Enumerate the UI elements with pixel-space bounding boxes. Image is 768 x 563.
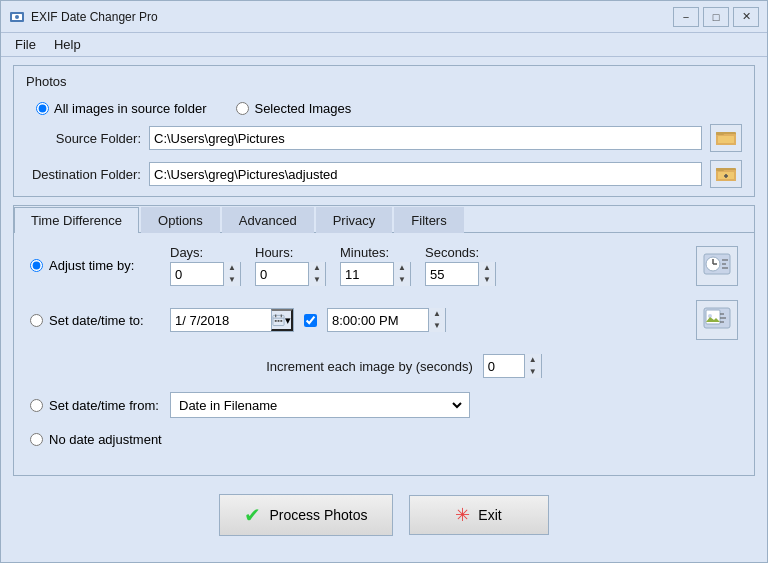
- calendar-picker-button[interactable]: ▾: [271, 309, 293, 331]
- all-images-label: All images in source folder: [54, 101, 206, 116]
- photos-section-label: Photos: [26, 74, 742, 89]
- title-bar: EXIF Date Changer Pro − □ ✕: [1, 1, 767, 33]
- seconds-label: Seconds:: [425, 245, 479, 260]
- seconds-input[interactable]: [426, 263, 478, 285]
- svg-point-2: [15, 15, 19, 19]
- tab-advanced[interactable]: Advanced: [222, 207, 314, 233]
- time-down-button[interactable]: ▼: [429, 320, 445, 332]
- increment-spinner: ▲ ▼: [483, 354, 542, 378]
- hours-input[interactable]: [256, 263, 308, 285]
- set-datetime-label-wrap[interactable]: Set date/time to:: [30, 313, 144, 328]
- minutes-down-button[interactable]: ▼: [394, 274, 410, 286]
- minutes-label: Minutes:: [340, 245, 389, 260]
- dest-folder-browse-button[interactable]: [710, 160, 742, 188]
- hours-up-button[interactable]: ▲: [309, 262, 325, 274]
- tab-content-time-difference: Adjust time by: Days: ▲ ▼: [14, 233, 754, 475]
- browse-dest-icon: [715, 163, 737, 186]
- set-datetime-label: Set date/time to:: [49, 313, 144, 328]
- adjust-time-radio[interactable]: [30, 259, 43, 272]
- tab-options[interactable]: Options: [141, 207, 220, 233]
- time-spinner-btns: ▲ ▼: [428, 308, 445, 332]
- increment-spinner-btns: ▲ ▼: [524, 354, 541, 378]
- svg-rect-5: [716, 132, 724, 135]
- date-input-wrap: ▾: [170, 308, 294, 332]
- minutes-field-group: Minutes: ▲ ▼: [340, 245, 411, 286]
- menu-help[interactable]: Help: [46, 35, 89, 54]
- no-adjust-radio[interactable]: [30, 433, 43, 446]
- no-adjust-radio-label[interactable]: No date adjustment: [30, 432, 162, 447]
- minimize-button[interactable]: −: [673, 7, 699, 27]
- source-folder-label: Source Folder:: [26, 131, 141, 146]
- selected-images-radio-label[interactable]: Selected Images: [236, 101, 351, 116]
- time-fields: Days: ▲ ▼ Hours:: [170, 245, 496, 286]
- selected-images-radio[interactable]: [236, 102, 249, 115]
- adjust-section: Adjust time by: Days: ▲ ▼: [30, 245, 738, 447]
- process-photos-label: Process Photos: [269, 507, 367, 523]
- seconds-spinner: ▲ ▼: [425, 262, 496, 286]
- svg-rect-6: [718, 136, 734, 143]
- photos-panel: Photos All images in source folder Selec…: [13, 65, 755, 197]
- process-photos-button[interactable]: ✔ Process Photos: [219, 494, 392, 536]
- hours-spinner: ▲ ▼: [255, 262, 326, 286]
- set-datetime-radio[interactable]: [30, 314, 43, 327]
- increment-row: Increment each image by (seconds) ▲ ▼: [30, 354, 738, 378]
- hours-spinner-btns: ▲ ▼: [308, 262, 325, 286]
- minutes-spinner-btns: ▲ ▼: [393, 262, 410, 286]
- time-enable-checkbox[interactable]: [304, 314, 317, 327]
- set-from-radio-label[interactable]: Set date/time from:: [30, 398, 160, 413]
- set-from-dropdown[interactable]: Date in Filename: [175, 397, 465, 414]
- minutes-up-button[interactable]: ▲: [394, 262, 410, 274]
- svg-rect-21: [275, 320, 277, 322]
- image-selection-row: All images in source folder Selected Ima…: [26, 101, 742, 116]
- adjust-time-action-button[interactable]: [696, 246, 738, 286]
- set-from-label: Set date/time from:: [49, 398, 159, 413]
- set-datetime-row: Set date/time to:: [30, 300, 738, 340]
- minutes-input[interactable]: [341, 263, 393, 285]
- dest-folder-input[interactable]: [149, 162, 702, 186]
- increment-up-button[interactable]: ▲: [525, 354, 541, 366]
- days-field-group: Days: ▲ ▼: [170, 245, 241, 286]
- days-down-button[interactable]: ▼: [224, 274, 240, 286]
- seconds-field-group: Seconds: ▲ ▼: [425, 245, 496, 286]
- source-folder-input[interactable]: [149, 126, 702, 150]
- source-folder-browse-button[interactable]: [710, 124, 742, 152]
- no-adjust-row: No date adjustment: [30, 432, 738, 447]
- seconds-down-button[interactable]: ▼: [479, 274, 495, 286]
- increment-down-button[interactable]: ▼: [525, 366, 541, 378]
- set-datetime-action-button[interactable]: [696, 300, 738, 340]
- days-spinner: ▲ ▼: [170, 262, 241, 286]
- window-title: EXIF Date Changer Pro: [31, 10, 673, 24]
- tab-filters[interactable]: Filters: [394, 207, 463, 233]
- increment-input[interactable]: [484, 355, 524, 377]
- hours-down-button[interactable]: ▼: [309, 274, 325, 286]
- time-input[interactable]: [328, 309, 428, 331]
- time-up-button[interactable]: ▲: [429, 308, 445, 320]
- hours-field-group: Hours: ▲ ▼: [255, 245, 326, 286]
- maximize-button[interactable]: □: [703, 7, 729, 27]
- seconds-spinner-btns: ▲ ▼: [478, 262, 495, 286]
- days-input[interactable]: [171, 263, 223, 285]
- photo-datetime-icon: [702, 306, 732, 334]
- bottom-bar: ✔ Process Photos ✳ Exit: [13, 484, 755, 550]
- adjust-time-radio-label[interactable]: Adjust time by:: [30, 258, 134, 273]
- hours-label: Hours:: [255, 245, 293, 260]
- clock-edit-icon: [702, 252, 732, 280]
- all-images-radio[interactable]: [36, 102, 49, 115]
- app-icon: [9, 9, 25, 25]
- close-button[interactable]: ✕: [733, 7, 759, 27]
- date-input[interactable]: [171, 309, 271, 331]
- svg-rect-23: [280, 320, 282, 322]
- main-window: EXIF Date Changer Pro − □ ✕ File Help Ph…: [0, 0, 768, 563]
- main-content: Photos All images in source folder Selec…: [1, 57, 767, 562]
- seconds-up-button[interactable]: ▲: [479, 262, 495, 274]
- tab-time-difference[interactable]: Time Difference: [14, 207, 139, 233]
- menu-file[interactable]: File: [7, 35, 44, 54]
- all-images-radio-label[interactable]: All images in source folder: [36, 101, 206, 116]
- svg-rect-9: [716, 168, 724, 171]
- increment-label: Increment each image by (seconds): [266, 359, 473, 374]
- tab-privacy[interactable]: Privacy: [316, 207, 393, 233]
- exit-button[interactable]: ✳ Exit: [409, 495, 549, 535]
- days-up-button[interactable]: ▲: [224, 262, 240, 274]
- calendar-icon: [272, 313, 285, 327]
- set-from-radio[interactable]: [30, 399, 43, 412]
